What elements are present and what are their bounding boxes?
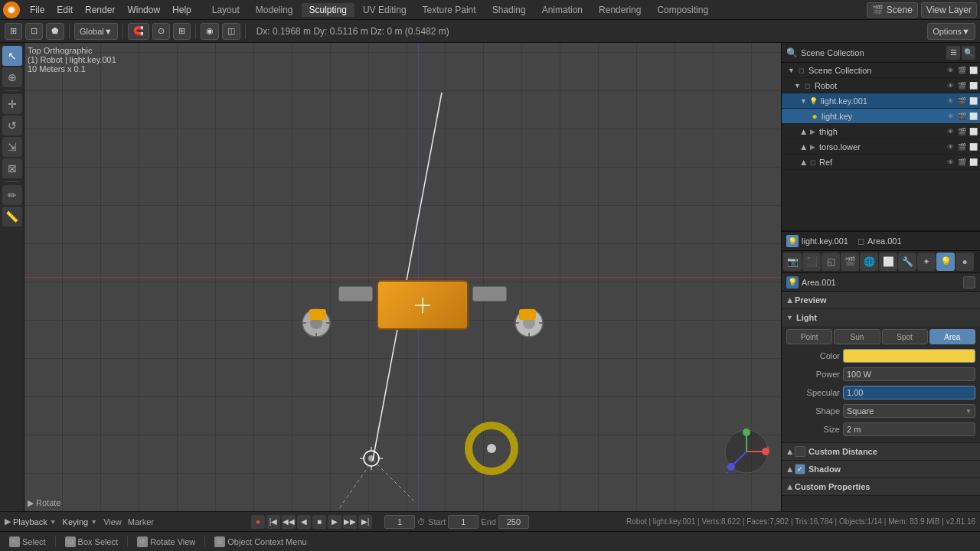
tab-shading[interactable]: Shading xyxy=(485,3,534,17)
outliner-robot[interactable]: ▼ ◻ Robot 👁 🎬 ⬜ xyxy=(782,78,980,93)
prop-tab-output[interactable]: ⬛ xyxy=(802,253,821,271)
shadow-checkbox[interactable]: ✓ xyxy=(795,464,805,474)
custom-distance-checkbox[interactable] xyxy=(795,446,805,457)
custom-props-header[interactable]: ▶ Custom Properties xyxy=(782,478,980,495)
outliner-ref[interactable]: ▶ ◻ Ref 👁 🎬 ⬜ xyxy=(782,155,980,170)
cursor-tool-btn[interactable]: ⊕ xyxy=(2,67,22,87)
keying-label[interactable]: Keying xyxy=(63,517,89,527)
view-layer-selector[interactable]: View Layer xyxy=(921,2,977,18)
prop-tab-scene[interactable]: 🎬 xyxy=(841,253,859,271)
preview-header[interactable]: ▶ Preview xyxy=(782,292,980,308)
scale-tool-btn[interactable]: ⇲ xyxy=(2,137,22,157)
tab-layout[interactable]: Layout xyxy=(204,3,247,17)
box-select-item[interactable]: ⊡ Box Select xyxy=(60,535,123,549)
render-btn-robot[interactable]: ⬜ xyxy=(968,80,978,91)
render-btn-thigh[interactable]: ⬜ xyxy=(968,126,978,137)
area-new-btn[interactable] xyxy=(963,276,975,289)
playback-label[interactable]: Playback xyxy=(13,517,47,527)
tab-compositing[interactable]: Compositing xyxy=(649,3,716,17)
tab-texture-paint[interactable]: Texture Paint xyxy=(415,3,484,17)
overlay-btn[interactable]: ◉ xyxy=(201,23,219,40)
outliner-filter-btn[interactable]: ☰ xyxy=(946,46,960,60)
shadow-header[interactable]: ▶ ✓ Shadow xyxy=(782,461,980,478)
rotate-tool-btn[interactable]: ↺ xyxy=(2,116,22,135)
viewport-3d[interactable]: Top Orthographic (1) Robot | light.key.0… xyxy=(24,43,781,511)
prop-tab-modifiers[interactable]: 🔧 xyxy=(898,253,916,271)
rotate-view-item[interactable]: ↺ Rotate View xyxy=(132,535,200,549)
view-item[interactable]: View xyxy=(103,517,122,527)
start-frame-input[interactable]: 1 xyxy=(448,515,479,529)
annotate-tool-btn[interactable]: ✏ xyxy=(2,185,22,205)
eye-btn-thigh[interactable]: 👁 xyxy=(945,126,956,137)
eye-btn-lk001[interactable]: 👁 xyxy=(945,96,956,106)
snap-btn[interactable]: 🧲 xyxy=(128,23,149,40)
select-tool-btn[interactable]: ↖ xyxy=(2,46,22,66)
custom-distance-header[interactable]: ▶ Custom Distance xyxy=(782,443,980,460)
move-tool-btn[interactable]: ✛ xyxy=(2,94,22,114)
prop-tab-particles[interactable]: ✦ xyxy=(917,253,936,271)
prop-tab-view-layer[interactable]: ◱ xyxy=(822,253,840,271)
render-btn-scene[interactable]: ⬜ xyxy=(968,65,978,76)
outliner-light-key-001[interactable]: ▼ 💡 light.key.001 👁 🎬 ⬜ xyxy=(782,93,980,109)
power-value[interactable]: 100 W xyxy=(843,367,975,381)
select-mode-btn[interactable]: ⊞ xyxy=(5,23,22,40)
menu-file[interactable]: File xyxy=(24,3,50,17)
outliner-search-btn[interactable]: 🔍 xyxy=(962,46,975,60)
jump-start-btn[interactable]: |◀ xyxy=(266,515,280,529)
stop-btn[interactable]: ■ xyxy=(312,515,326,529)
eye-btn-scene[interactable]: 👁 xyxy=(945,65,956,76)
measure-tool-btn[interactable]: 📏 xyxy=(2,207,22,227)
specular-value[interactable]: 1.00 xyxy=(843,386,975,399)
render-btn-lk[interactable]: ⬜ xyxy=(968,111,978,122)
size-value[interactable]: 2 m xyxy=(843,422,975,436)
light-type-spot[interactable]: Spot xyxy=(882,329,928,344)
camera-btn-ref[interactable]: 🎬 xyxy=(956,157,967,168)
render-btn-torso[interactable]: ⬜ xyxy=(968,142,978,152)
light-type-point[interactable]: Point xyxy=(786,329,832,344)
eye-btn-torso[interactable]: 👁 xyxy=(945,142,956,152)
menu-help[interactable]: Help xyxy=(167,3,197,17)
obj-context-menu-item[interactable]: ☰ Object Context Menu xyxy=(210,535,311,549)
select-mode-btn2[interactable]: ⊡ xyxy=(25,23,43,40)
tab-sculpting[interactable]: Sculpting xyxy=(302,3,354,17)
menu-window[interactable]: Window xyxy=(122,3,165,17)
play-back-btn[interactable]: ◀ xyxy=(297,515,311,529)
grid-btn[interactable]: ⊞ xyxy=(173,23,191,40)
menu-render[interactable]: Render xyxy=(80,3,120,17)
tab-rendering[interactable]: Rendering xyxy=(591,3,648,17)
outliner-light-key[interactable]: ● light.key 👁 🎬 ⬜ xyxy=(782,109,980,124)
current-frame-input[interactable]: 1 xyxy=(384,515,415,529)
eye-btn-ref[interactable]: 👁 xyxy=(945,157,956,168)
xray-btn[interactable]: ◫ xyxy=(222,23,240,40)
jump-end-btn[interactable]: ▶| xyxy=(358,515,372,529)
record-btn[interactable]: ● xyxy=(251,515,265,529)
outliner-thigh[interactable]: ▶ ▶ thigh 👁 🎬 ⬜ xyxy=(782,124,980,139)
camera-btn-lk001[interactable]: 🎬 xyxy=(956,96,967,106)
proportional-btn[interactable]: ⊙ xyxy=(152,23,170,40)
render-btn-ref[interactable]: ⬜ xyxy=(968,157,978,168)
camera-btn-scene[interactable]: 🎬 xyxy=(956,65,967,76)
step-back-btn[interactable]: ◀◀ xyxy=(282,515,296,529)
select-mode-btn3[interactable]: ⬟ xyxy=(46,23,64,40)
shape-dropdown[interactable]: Square xyxy=(843,404,975,418)
global-btn[interactable]: Global ▼ xyxy=(74,23,118,40)
prop-tab-object[interactable]: ⬜ xyxy=(879,253,897,271)
tab-modeling[interactable]: Modeling xyxy=(248,3,301,17)
marker-item[interactable]: Marker xyxy=(128,517,154,527)
prop-tab-render[interactable]: 📷 xyxy=(783,253,802,271)
scene-selector[interactable]: 🎬 Scene xyxy=(867,2,918,18)
eye-btn-lk[interactable]: 👁 xyxy=(945,111,956,122)
options-btn[interactable]: Options ▼ xyxy=(927,23,975,40)
camera-btn-thigh[interactable]: 🎬 xyxy=(956,126,967,137)
outliner-scene-collection[interactable]: ▼ ◻ Scene Collection 👁 🎬 ⬜ xyxy=(782,63,980,78)
select-tool-item[interactable]: ↖ Select xyxy=(5,535,51,549)
color-swatch[interactable] xyxy=(843,349,975,363)
menu-edit[interactable]: Edit xyxy=(51,3,78,17)
tab-uv-editing[interactable]: UV Editing xyxy=(355,3,414,17)
camera-btn-robot[interactable]: 🎬 xyxy=(956,80,967,91)
outliner-torso-lower[interactable]: ▶ ▶ torso.lower 👁 🎬 ⬜ xyxy=(782,139,980,155)
camera-btn-lk[interactable]: 🎬 xyxy=(956,111,967,122)
prop-tab-material[interactable]: ● xyxy=(956,253,974,271)
render-btn-lk001[interactable]: ⬜ xyxy=(968,96,978,106)
prop-tab-world[interactable]: 🌐 xyxy=(860,253,878,271)
